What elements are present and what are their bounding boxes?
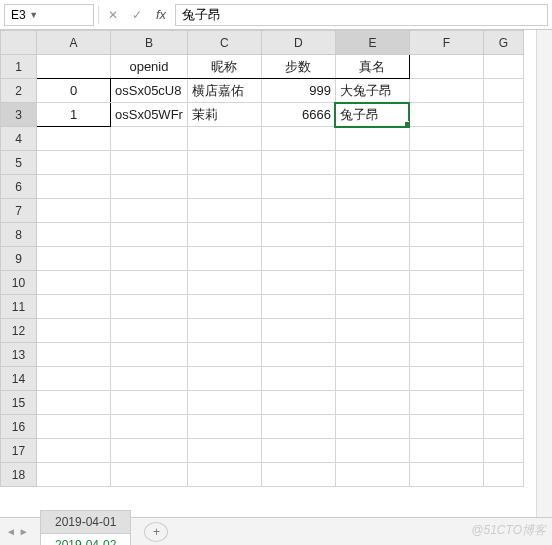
cell-D6[interactable] bbox=[261, 175, 335, 199]
row-header-5[interactable]: 5 bbox=[1, 151, 37, 175]
cell-D17[interactable] bbox=[261, 439, 335, 463]
cell-A4[interactable] bbox=[37, 127, 111, 151]
cell-D8[interactable] bbox=[261, 223, 335, 247]
cell-B11[interactable] bbox=[111, 295, 188, 319]
cell-A8[interactable] bbox=[37, 223, 111, 247]
cell-A12[interactable] bbox=[37, 319, 111, 343]
cell-G6[interactable] bbox=[483, 175, 523, 199]
cell-D5[interactable] bbox=[261, 151, 335, 175]
cell-A13[interactable] bbox=[37, 343, 111, 367]
cell-C12[interactable] bbox=[187, 319, 261, 343]
column-header-A[interactable]: A bbox=[37, 31, 111, 55]
confirm-icon[interactable]: ✓ bbox=[127, 5, 147, 25]
cell-B15[interactable] bbox=[111, 391, 188, 415]
cell-F12[interactable] bbox=[409, 319, 483, 343]
row-header-8[interactable]: 8 bbox=[1, 223, 37, 247]
cell-E1[interactable]: 真名 bbox=[335, 55, 409, 79]
cell-B17[interactable] bbox=[111, 439, 188, 463]
cell-G4[interactable] bbox=[483, 127, 523, 151]
cell-C14[interactable] bbox=[187, 367, 261, 391]
cell-A5[interactable] bbox=[37, 151, 111, 175]
cell-A2[interactable]: 0 bbox=[37, 79, 111, 103]
row-header-16[interactable]: 16 bbox=[1, 415, 37, 439]
cell-D11[interactable] bbox=[261, 295, 335, 319]
tab-nav-arrows[interactable]: ◄ ► bbox=[6, 526, 29, 537]
row-header-12[interactable]: 12 bbox=[1, 319, 37, 343]
row-header-18[interactable]: 18 bbox=[1, 463, 37, 487]
cell-G1[interactable] bbox=[483, 55, 523, 79]
cell-G5[interactable] bbox=[483, 151, 523, 175]
cell-B14[interactable] bbox=[111, 367, 188, 391]
row-header-9[interactable]: 9 bbox=[1, 247, 37, 271]
add-sheet-button[interactable]: + bbox=[144, 522, 168, 542]
cell-C18[interactable] bbox=[187, 463, 261, 487]
cell-G11[interactable] bbox=[483, 295, 523, 319]
cell-F10[interactable] bbox=[409, 271, 483, 295]
cell-A16[interactable] bbox=[37, 415, 111, 439]
cell-F17[interactable] bbox=[409, 439, 483, 463]
cell-D1[interactable]: 步数 bbox=[261, 55, 335, 79]
cell-E7[interactable] bbox=[335, 199, 409, 223]
cell-F1[interactable] bbox=[409, 55, 483, 79]
cell-C16[interactable] bbox=[187, 415, 261, 439]
cell-G9[interactable] bbox=[483, 247, 523, 271]
row-header-11[interactable]: 11 bbox=[1, 295, 37, 319]
cell-C11[interactable] bbox=[187, 295, 261, 319]
dropdown-icon[interactable]: ▼ bbox=[26, 10, 42, 20]
column-header-E[interactable]: E bbox=[335, 31, 409, 55]
name-box[interactable]: E3 ▼ bbox=[4, 4, 94, 26]
cell-G15[interactable] bbox=[483, 391, 523, 415]
column-header-D[interactable]: D bbox=[261, 31, 335, 55]
cell-A11[interactable] bbox=[37, 295, 111, 319]
cell-G12[interactable] bbox=[483, 319, 523, 343]
cell-G18[interactable] bbox=[483, 463, 523, 487]
cell-E12[interactable] bbox=[335, 319, 409, 343]
cell-C2[interactable]: 横店嘉佑 bbox=[187, 79, 261, 103]
cell-D3[interactable]: 6666 bbox=[261, 103, 335, 127]
cell-C1[interactable]: 昵称 bbox=[187, 55, 261, 79]
cell-G8[interactable] bbox=[483, 223, 523, 247]
row-header-3[interactable]: 3 bbox=[1, 103, 37, 127]
cell-D4[interactable] bbox=[261, 127, 335, 151]
cell-E2[interactable]: 大兔子昂 bbox=[335, 79, 409, 103]
cell-E18[interactable] bbox=[335, 463, 409, 487]
cell-F5[interactable] bbox=[409, 151, 483, 175]
cell-E9[interactable] bbox=[335, 247, 409, 271]
formula-input[interactable]: 兔子昂 bbox=[175, 4, 548, 26]
cell-D9[interactable] bbox=[261, 247, 335, 271]
cell-A6[interactable] bbox=[37, 175, 111, 199]
cell-F9[interactable] bbox=[409, 247, 483, 271]
cell-F4[interactable] bbox=[409, 127, 483, 151]
column-header-G[interactable]: G bbox=[483, 31, 523, 55]
spreadsheet-grid[interactable]: ABCDEFG1openid昵称步数真名20osSx05cU8横店嘉佑999大兔… bbox=[0, 30, 552, 487]
row-header-10[interactable]: 10 bbox=[1, 271, 37, 295]
column-header-B[interactable]: B bbox=[111, 31, 188, 55]
cell-E15[interactable] bbox=[335, 391, 409, 415]
cell-C5[interactable] bbox=[187, 151, 261, 175]
cell-E14[interactable] bbox=[335, 367, 409, 391]
cell-F16[interactable] bbox=[409, 415, 483, 439]
cell-F6[interactable] bbox=[409, 175, 483, 199]
cell-A1[interactable] bbox=[37, 55, 111, 79]
cell-A17[interactable] bbox=[37, 439, 111, 463]
cell-G17[interactable] bbox=[483, 439, 523, 463]
cell-B10[interactable] bbox=[111, 271, 188, 295]
cell-C9[interactable] bbox=[187, 247, 261, 271]
sheet-tab-2019-04-01[interactable]: 2019-04-01 bbox=[40, 510, 131, 533]
row-header-15[interactable]: 15 bbox=[1, 391, 37, 415]
row-header-1[interactable]: 1 bbox=[1, 55, 37, 79]
cell-B2[interactable]: osSx05cU8 bbox=[111, 79, 188, 103]
cell-D14[interactable] bbox=[261, 367, 335, 391]
cell-B1[interactable]: openid bbox=[111, 55, 188, 79]
cell-A18[interactable] bbox=[37, 463, 111, 487]
cell-E13[interactable] bbox=[335, 343, 409, 367]
cell-E6[interactable] bbox=[335, 175, 409, 199]
cell-G7[interactable] bbox=[483, 199, 523, 223]
cell-B16[interactable] bbox=[111, 415, 188, 439]
cell-B8[interactable] bbox=[111, 223, 188, 247]
cell-C6[interactable] bbox=[187, 175, 261, 199]
cell-C7[interactable] bbox=[187, 199, 261, 223]
cell-A15[interactable] bbox=[37, 391, 111, 415]
cell-F8[interactable] bbox=[409, 223, 483, 247]
cell-E10[interactable] bbox=[335, 271, 409, 295]
